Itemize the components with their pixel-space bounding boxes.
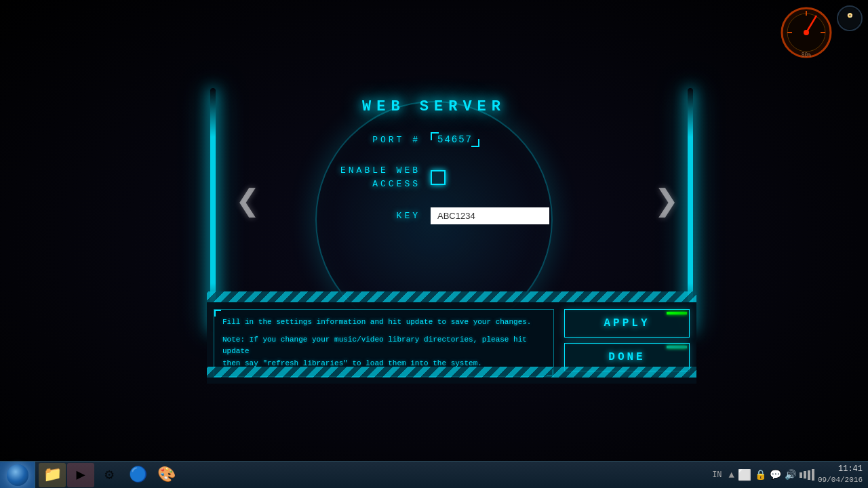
clock: 11:41 09/04/2016 <box>818 464 863 485</box>
port-value: 54657 <box>431 132 479 147</box>
enable-checkbox[interactable] <box>431 170 446 185</box>
key-input[interactable] <box>431 207 549 224</box>
main-gauge: 80% <box>779 5 833 60</box>
corner-tl <box>214 310 221 317</box>
chevron-left-icon: ❮ <box>235 183 260 224</box>
start-orb-icon <box>7 464 28 486</box>
checkbox-box[interactable] <box>431 170 446 185</box>
tray-up-arrow[interactable]: ▲ <box>729 470 734 481</box>
taskbar-media-icon[interactable]: ▶️ <box>67 463 94 487</box>
info-line-1: Fill in the settings information and hit… <box>222 317 545 329</box>
gauge-percent: 80% <box>802 52 811 58</box>
key-row: KEY <box>298 207 583 224</box>
language-indicator: IN <box>712 470 722 480</box>
svg-point-6 <box>804 30 809 35</box>
clock-time: 11:41 <box>818 464 863 475</box>
taskbar-app2-icon[interactable]: 🎨 <box>153 463 180 487</box>
taskbar: 📁 ▶️ ⚙️ 🔵 🎨 IN ▲ ⬜ 🔒 💬 🔊 <box>0 461 868 488</box>
taskbar-app1-icon[interactable]: ⚙️ <box>96 463 123 487</box>
apply-button[interactable]: APPLY <box>564 309 690 338</box>
start-button[interactable] <box>0 462 35 489</box>
key-label: KEY <box>298 211 420 221</box>
taskbar-chrome-icon[interactable]: 🔵 <box>124 463 151 487</box>
small-gauge: 📀 <box>837 5 863 31</box>
panel-title: WEB SERVER <box>362 98 506 115</box>
chevron-left-button[interactable]: ❮ <box>224 169 271 237</box>
gauge-svg <box>779 5 833 60</box>
tray-volume-icon[interactable]: 🔊 <box>785 469 796 481</box>
chevron-right-icon: ❯ <box>654 183 679 224</box>
chevron-right-button[interactable]: ❯ <box>643 169 690 237</box>
small-gauge-svg: 📀 <box>839 7 861 29</box>
gauge-widget: 80% 📀 <box>779 5 863 60</box>
buttons-container: APPLY DONE <box>564 309 690 371</box>
panel-title-container: WEB SERVER <box>362 98 506 136</box>
hazard-bar-top <box>207 291 696 302</box>
clock-date: 09/04/2016 <box>818 475 863 485</box>
taskbar-icons: 📁 ▶️ ⚙️ 🔵 🎨 <box>35 462 183 488</box>
form-area: PORT # 54657 ENABLE WEB ACCESS KEY <box>271 132 583 238</box>
tray-icon-1: ⬜ <box>738 468 751 482</box>
enable-access-row: ENABLE WEB ACCESS <box>298 164 583 190</box>
svg-rect-7 <box>839 7 861 29</box>
taskbar-folder-icon[interactable]: 📁 <box>39 463 66 487</box>
hazard-bar-bottom <box>207 367 696 378</box>
enable-label: ENABLE WEB ACCESS <box>298 164 420 190</box>
tray-icon-2: 🔒 <box>755 469 766 481</box>
port-row: PORT # 54657 <box>298 132 583 147</box>
tray-network-icon <box>800 469 814 481</box>
system-tray: IN ▲ ⬜ 🔒 💬 🔊 11:41 09/04/2016 <box>712 464 868 485</box>
info-line-2: Note: If you change your music/video lib… <box>222 334 545 358</box>
tray-icon-3: 💬 <box>770 469 781 481</box>
desktop: WEB SERVER ❮ ❯ PORT # 54657 ENABLE WEB A… <box>0 0 868 488</box>
svg-text:📀: 📀 <box>847 12 853 18</box>
port-label: PORT # <box>298 135 420 145</box>
